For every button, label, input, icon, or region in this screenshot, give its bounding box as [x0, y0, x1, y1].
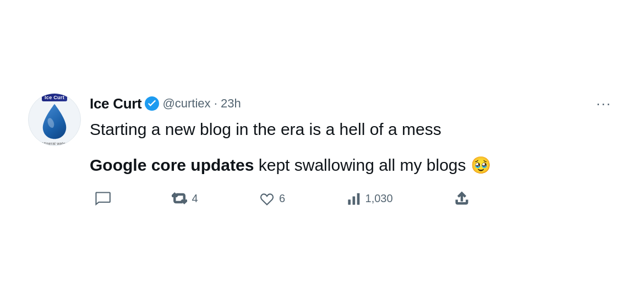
tweet-content: Ice Curt @curtiex · 23h ··· Starting a n… [90, 93, 616, 210]
tweet-header-left: Ice Curt @curtiex · 23h [90, 95, 241, 112]
handle: @curtiex [162, 96, 210, 110]
share-button[interactable] [449, 187, 475, 209]
views-button[interactable]: 1,030 [341, 187, 399, 209]
avatar-subtitle-text: Mineral water [42, 142, 67, 145]
display-name: Ice Curt [90, 95, 141, 112]
time-separator: · [214, 96, 221, 110]
avatar-column: Ice Curt Mineral water [28, 93, 81, 210]
retweet-button[interactable]: 4 [166, 187, 203, 209]
retweet-icon [172, 191, 187, 206]
tweet-rest-text: kept swallowing all my blogs 🥹 [254, 156, 491, 174]
tweet-text-main: Starting a new blog in the era is a hell… [90, 118, 616, 140]
retweet-count: 4 [192, 192, 198, 205]
avatar-drop-icon [29, 102, 80, 140]
like-icon [259, 191, 275, 206]
avatar-brand-text: Ice Curt [42, 94, 67, 101]
more-options-button[interactable]: ··· [592, 93, 616, 115]
svg-rect-4 [357, 193, 359, 205]
share-icon [454, 191, 470, 206]
avatar[interactable]: Ice Curt Mineral water [28, 93, 81, 146]
time-ago: 23h [221, 96, 241, 110]
verified-badge-icon [145, 96, 159, 111]
tweet-header: Ice Curt @curtiex · 23h ··· [90, 93, 616, 115]
like-count: 6 [279, 192, 285, 205]
tweet-actions: 4 6 1,03 [90, 187, 475, 209]
views-count: 1,030 [365, 192, 393, 205]
reply-icon [95, 191, 111, 206]
handle-and-time: @curtiex · 23h [162, 96, 241, 111]
views-icon [347, 191, 362, 206]
tweet-text-secondary: Google core updates kept swallowing all … [90, 154, 616, 176]
svg-rect-3 [352, 197, 355, 205]
svg-rect-2 [348, 200, 351, 205]
tweet-bold-text: Google core updates [90, 156, 254, 174]
like-button[interactable]: 6 [254, 187, 291, 209]
reply-button[interactable] [90, 187, 116, 209]
tweet-body: Starting a new blog in the era is a hell… [90, 118, 616, 177]
tweet-card: Ice Curt Mineral water Ice Curt [19, 82, 625, 216]
